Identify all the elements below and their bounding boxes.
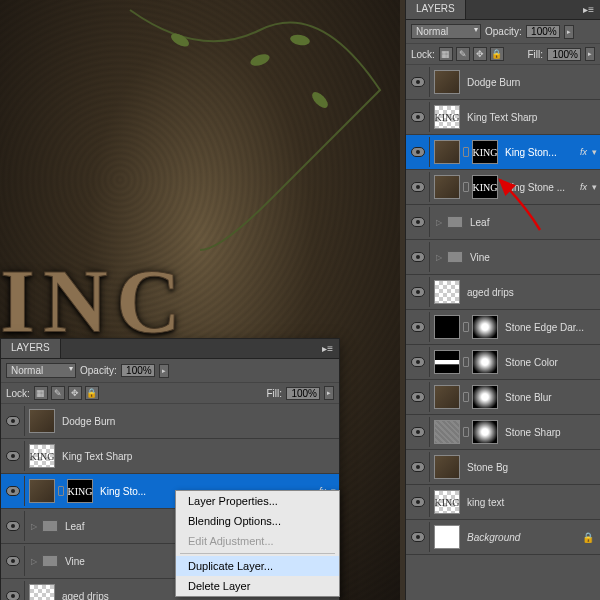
layer-row[interactable]: KINGking text xyxy=(406,485,600,520)
layer-name-label[interactable]: Dodge Burn xyxy=(59,416,339,427)
opacity-input-left[interactable]: 100% xyxy=(121,364,155,377)
layer-name-label[interactable]: aged drips xyxy=(464,287,600,298)
visibility-toggle[interactable] xyxy=(406,67,430,97)
folder-disclosure-icon[interactable]: ▷ xyxy=(434,218,444,227)
visibility-toggle[interactable] xyxy=(406,137,430,167)
layer-name-label[interactable]: Stone Color xyxy=(502,357,600,368)
fx-collapse-icon[interactable]: ▾ xyxy=(589,182,600,192)
lock-pixels-icon[interactable]: ✎ xyxy=(456,47,470,61)
layer-thumbnail[interactable]: KING xyxy=(434,490,460,514)
layer-thumbnail[interactable] xyxy=(434,525,460,549)
layer-row[interactable]: ▷Vine xyxy=(406,240,600,275)
visibility-toggle[interactable] xyxy=(406,452,430,482)
layer-name-label[interactable]: King Ston... xyxy=(502,147,580,158)
lock-pixels-icon-left[interactable]: ✎ xyxy=(51,386,65,400)
fx-badge-icon[interactable]: fx xyxy=(580,147,589,157)
layer-thumbnail[interactable]: KING xyxy=(29,444,55,468)
opacity-flyout-icon[interactable]: ▸ xyxy=(564,25,574,39)
menu-item[interactable]: Layer Properties... xyxy=(176,491,339,511)
fill-flyout-icon[interactable]: ▸ xyxy=(585,47,595,61)
layer-thumbnail[interactable] xyxy=(434,315,460,339)
layer-thumbnail[interactable] xyxy=(434,455,460,479)
visibility-toggle[interactable] xyxy=(406,242,430,272)
layer-name-label[interactable]: Vine xyxy=(467,252,600,263)
layer-thumbnail[interactable] xyxy=(434,70,460,94)
layer-row[interactable]: Dodge Burn xyxy=(1,404,339,439)
layer-row[interactable]: Dodge Burn xyxy=(406,65,600,100)
visibility-toggle[interactable] xyxy=(406,277,430,307)
menu-item[interactable]: Blending Options... xyxy=(176,511,339,531)
lock-position-icon[interactable]: ✥ xyxy=(473,47,487,61)
visibility-toggle[interactable] xyxy=(406,312,430,342)
fx-collapse-icon[interactable]: ▾ xyxy=(589,147,600,157)
layer-row[interactable]: Stone Bg xyxy=(406,450,600,485)
layer-thumbnail[interactable]: KING xyxy=(472,140,498,164)
layer-row[interactable]: aged drips xyxy=(406,275,600,310)
layer-thumbnail[interactable]: KING xyxy=(67,479,93,503)
lock-all-icon[interactable]: 🔒 xyxy=(490,47,504,61)
panel-menu-icon-left[interactable]: ▸≡ xyxy=(316,339,339,358)
layer-name-label[interactable]: Stone Blur xyxy=(502,392,600,403)
layer-thumbnail[interactable] xyxy=(434,140,460,164)
layers-list[interactable]: Dodge BurnKINGKing Text SharpKINGKing St… xyxy=(406,65,600,600)
layer-thumbnail[interactable] xyxy=(434,350,460,374)
layer-thumbnail[interactable] xyxy=(29,409,55,433)
visibility-toggle[interactable] xyxy=(406,102,430,132)
layer-row[interactable]: Stone Blur xyxy=(406,380,600,415)
layer-row[interactable]: Stone Edge Dar... xyxy=(406,310,600,345)
fx-badge-icon[interactable]: fx xyxy=(580,182,589,192)
visibility-toggle[interactable] xyxy=(1,546,25,576)
fill-flyout-icon-left[interactable]: ▸ xyxy=(324,386,334,400)
layer-name-label[interactable]: Stone Bg xyxy=(464,462,600,473)
layer-name-label[interactable]: Background xyxy=(464,532,582,543)
layer-thumbnail[interactable] xyxy=(434,420,460,444)
layer-row[interactable]: Stone Sharp xyxy=(406,415,600,450)
menu-item[interactable]: Duplicate Layer... xyxy=(176,556,339,576)
opacity-input[interactable]: 100% xyxy=(526,25,560,38)
layer-name-label[interactable]: Dodge Burn xyxy=(464,77,600,88)
layer-row[interactable]: KINGKing Text Sharp xyxy=(1,439,339,474)
lock-transparency-icon-left[interactable]: ▦ xyxy=(34,386,48,400)
layer-thumbnail[interactable] xyxy=(434,385,460,409)
visibility-toggle[interactable] xyxy=(1,511,25,541)
layer-context-menu[interactable]: Layer Properties...Blending Options...Ed… xyxy=(175,490,340,597)
layer-row[interactable]: Background🔒 xyxy=(406,520,600,555)
layer-thumbnail[interactable] xyxy=(472,385,498,409)
layer-name-label[interactable]: King Text Sharp xyxy=(59,451,339,462)
layer-row[interactable]: Stone Color xyxy=(406,345,600,380)
visibility-toggle[interactable] xyxy=(406,487,430,517)
layers-tab[interactable]: LAYERS xyxy=(406,0,466,19)
layer-row[interactable]: KINGKing Text Sharp xyxy=(406,100,600,135)
layer-name-label[interactable]: Stone Edge Dar... xyxy=(502,322,600,333)
layer-thumbnail[interactable] xyxy=(472,350,498,374)
visibility-toggle[interactable] xyxy=(406,207,430,237)
opacity-flyout-icon-left[interactable]: ▸ xyxy=(159,364,169,378)
folder-disclosure-icon[interactable]: ▷ xyxy=(29,557,39,566)
layer-thumbnail[interactable] xyxy=(472,315,498,339)
layer-thumbnail[interactable] xyxy=(472,420,498,444)
visibility-toggle[interactable] xyxy=(1,441,25,471)
lock-position-icon-left[interactable]: ✥ xyxy=(68,386,82,400)
fill-input-left[interactable]: 100% xyxy=(286,387,320,400)
blend-mode-select[interactable]: Normal xyxy=(411,24,481,39)
layers-tab-left[interactable]: LAYERS xyxy=(1,339,61,358)
visibility-toggle[interactable] xyxy=(1,476,25,506)
layer-thumbnail[interactable] xyxy=(434,175,460,199)
lock-transparency-icon[interactable]: ▦ xyxy=(439,47,453,61)
layer-name-label[interactable]: king text xyxy=(464,497,600,508)
layer-thumbnail[interactable] xyxy=(29,584,55,600)
layer-thumbnail[interactable]: KING xyxy=(434,105,460,129)
folder-disclosure-icon[interactable]: ▷ xyxy=(434,253,444,262)
visibility-toggle[interactable] xyxy=(406,417,430,447)
layer-name-label[interactable]: Stone Sharp xyxy=(502,427,600,438)
visibility-toggle[interactable] xyxy=(406,522,430,552)
visibility-toggle[interactable] xyxy=(1,406,25,436)
layer-thumbnail[interactable] xyxy=(434,280,460,304)
folder-disclosure-icon[interactable]: ▷ xyxy=(29,522,39,531)
visibility-toggle[interactable] xyxy=(1,581,25,600)
menu-item[interactable]: Delete Layer xyxy=(176,576,339,596)
layer-name-label[interactable]: King Text Sharp xyxy=(464,112,600,123)
layer-row[interactable]: KINGKing Ston...fx▾ xyxy=(406,135,600,170)
layer-thumbnail[interactable] xyxy=(29,479,55,503)
visibility-toggle[interactable] xyxy=(406,382,430,412)
